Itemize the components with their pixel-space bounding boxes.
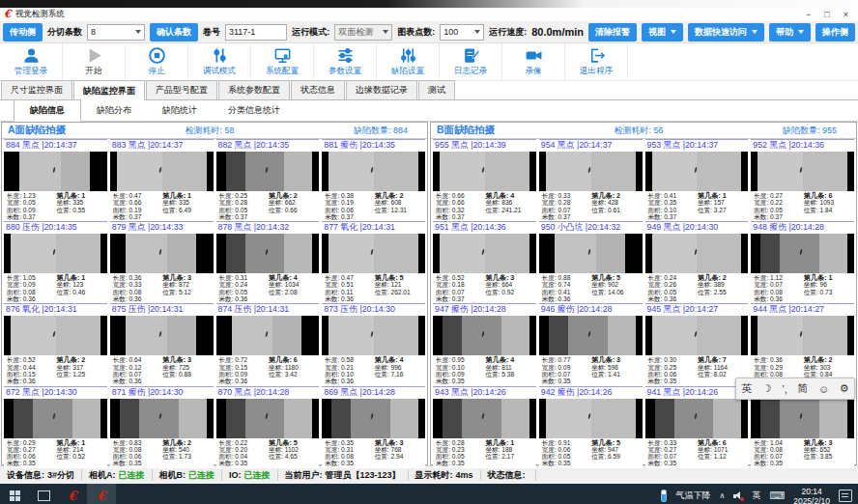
language-indicator[interactable]: 英 [752, 490, 760, 502]
action-exit-button[interactable]: 退出程序 [565, 43, 628, 80]
tab-1[interactable]: 尺寸监控界面 [1, 80, 72, 99]
ime-punct-icon[interactable]: ’, [782, 383, 787, 395]
defect-cell[interactable]: 945 黑点 |20:14:27长度: 0.30宽度: 0.25面积: 0.06… [645, 303, 749, 385]
defect-cell[interactable]: 871 擦伤 |20:14:30长度: 0.83宽度: 0.08面积: 0.06… [110, 386, 214, 468]
defect-cell[interactable]: 872 黑点 |20:14:30长度: 0.29宽度: 0.27面积: 0.06… [4, 386, 107, 468]
defect-cell-header: 948 擦伤 |20:14:28 [751, 222, 854, 234]
defect-cell[interactable]: 884 黑点 |20:14:37长度: 1.23宽度: 0.05面积: 0.09… [4, 139, 107, 221]
hidden-icons-chevron[interactable]: ∧ [719, 491, 725, 500]
defect-cell[interactable]: 952 黑点 |20:14:36长度: 0.27宽度: 0.22面积: 0.05… [751, 139, 854, 221]
defect-cell[interactable]: 876 氧化 |20:14:31长度: 0.52宽度: 0.44面积: 0.15… [4, 303, 107, 385]
defect-metrics-right: 第几条: 3坐标: 652位置: 3.85 [804, 439, 851, 467]
help-menu-button[interactable]: 帮助 [769, 23, 811, 42]
ime-lang[interactable]: 英 [741, 381, 752, 396]
defect-metrics-right: 第几条: 1坐标: 335位置: 6.49 [162, 192, 210, 220]
defect-cell[interactable]: 878 黑点 |20:14:32长度: 0.31宽度: 0.24面积: 0.05… [216, 221, 320, 303]
status-label: 状态信息: [488, 469, 526, 482]
defect-cell[interactable]: 881 擦伤 |20:14:35长度: 0.38宽度: 0.19面积: 0.06… [322, 139, 425, 221]
status-value: 管理员【123-123】 [326, 469, 401, 482]
weather-text[interactable]: 气温下降 [675, 490, 710, 502]
task-view-button[interactable] [29, 484, 58, 504]
defect-cell[interactable]: 879 黑点 |20:14:33长度: 0.36宽度: 0.33面积: 0.08… [110, 221, 214, 303]
action-label: 日志记录 [454, 66, 487, 77]
defect-cell[interactable]: 942 擦伤 |20:14:26长度: 0.91宽度: 0.06面积: 0.05… [539, 386, 643, 468]
tab-2[interactable]: 缺陷监控界面 [73, 80, 145, 100]
taskbar-app-active[interactable]: € [87, 484, 116, 504]
defect-cell[interactable]: 870 黑点 |20:14:28长度: 0.22宽度: 0.20面积: 0.04… [216, 386, 320, 468]
defect-cell[interactable]: 950 小凸坑 |20:14:32长度: 0.88宽度: 0.74面积: 0.4… [539, 221, 643, 303]
defect-cell[interactable]: 951 黑点 |20:14:36长度: 0.52宽度: 0.18面积: 0.07… [433, 221, 536, 303]
ime-settings-icon[interactable]: ⚙ [840, 382, 849, 395]
drive-side-button[interactable]: 传动侧 [3, 23, 43, 42]
defect-cell[interactable]: 948 擦伤 |20:14:28长度: 1.12宽度: 0.07面积: 0.08… [751, 221, 854, 303]
tab-3[interactable]: 产品型号配置 [146, 80, 217, 99]
subtab-4[interactable]: 分类信息统计 [213, 100, 296, 121]
action-monitor-button[interactable]: 系统配置 [251, 43, 314, 80]
action-journal-button[interactable]: 日志记录 [440, 43, 502, 80]
defect-cell[interactable]: 875 压伤 |20:14:31长度: 0.64宽度: 0.12面积: 0.07… [110, 303, 214, 385]
defect-image [4, 234, 107, 273]
tab-6[interactable]: 边缘数据记录 [346, 80, 417, 99]
clock[interactable]: 20:14 2025/2/10 [793, 487, 830, 504]
tab-5[interactable]: 状态信息 [291, 80, 345, 99]
action-user-button[interactable]: 管理登录 [0, 43, 63, 80]
defect-cell[interactable]: 941 黑点 |20:14:26长度: 0.33宽度: 0.27面积: 0.07… [645, 386, 749, 468]
ime-simplified[interactable]: 简 [797, 381, 808, 396]
defect-cell[interactable]: 943 黑点 |20:14:26长度: 0.28宽度: 0.23面积: 0.05… [433, 386, 536, 468]
tab-7[interactable]: 测试 [418, 80, 455, 99]
slit-count-select[interactable]: 8 [87, 24, 145, 41]
ime-emoji-icon[interactable]: ☺ [818, 383, 829, 395]
touch-keyboard-icon[interactable]: ⌨ [769, 490, 785, 502]
monitor-icon [273, 46, 292, 65]
subtab-2[interactable]: 缺陷分布 [81, 100, 147, 121]
defect-cell[interactable]: 955 黑点 |20:14:39长度: 0.66宽度: 0.66面积: 0.32… [433, 139, 536, 221]
action-camera-button[interactable]: 录像 [502, 43, 565, 80]
defect-cell[interactable]: 953 黑点 |20:14:37长度: 0.41宽度: 0.35面积: 0.10… [645, 139, 749, 221]
view-menu-button[interactable]: 视图 [642, 23, 683, 42]
minimize-button[interactable]: − [806, 10, 811, 19]
chart-points-select[interactable]: 100 [440, 24, 484, 41]
defect-metrics-left: 长度: 0.66宽度: 0.66面积: 0.32米数: 0.37 [436, 192, 483, 220]
defect-cell[interactable]: 883 黑点 |20:14:37长度: 0.47宽度: 0.66面积: 0.19… [110, 139, 214, 221]
subtab-3[interactable]: 缺陷统计 [147, 100, 213, 121]
defect-cell[interactable]: 880 压伤 |20:14:35长度: 1.05宽度: 0.09面积: 0.08… [4, 221, 107, 303]
roll-number-input[interactable]: 3117-1 [225, 24, 287, 41]
defect-cell[interactable]: 954 黑点 |20:14:37长度: 0.33宽度: 0.28面积: 0.07… [539, 139, 643, 221]
run-mode-select[interactable]: 双面检测 [334, 24, 392, 41]
action-tune-button[interactable]: 调试模式 [188, 43, 251, 80]
defect-cell[interactable]: 882 黑点 |20:14:35长度: 0.25宽度: 0.28面积: 0.05… [216, 139, 320, 221]
maximize-button[interactable]: □ [824, 10, 829, 19]
defect-cell[interactable]: 869 黑点 |20:14:28长度: 0.35宽度: 0.31面积: 0.08… [322, 386, 425, 468]
defect-cell[interactable]: 949 黑点 |20:14:30长度: 0.24宽度: 0.26面积: 0.05… [645, 221, 749, 303]
action-sliders-v-button[interactable]: 缺陷设置 [377, 43, 440, 80]
confirm-count-button[interactable]: 确认条数 [150, 23, 198, 42]
start-button[interactable] [0, 484, 29, 504]
notification-center-icon[interactable] [839, 490, 852, 502]
defect-info: 长度: 0.38宽度: 0.19面积: 0.06米数: 0.37第几条: 2坐标… [322, 191, 425, 221]
action-stop-button[interactable]: 停止 [126, 43, 188, 80]
subtab-1[interactable]: 缺陷信息 [14, 99, 81, 122]
taskbar-app-secondary[interactable]: € [58, 484, 87, 504]
data-quick-access-button[interactable]: 数据快速访问 [688, 23, 764, 42]
defect-cell-header: 871 擦伤 |20:14:30 [110, 387, 214, 399]
clear-alarm-button[interactable]: 清除报警 [588, 23, 637, 42]
action-sliders-h-button[interactable]: 参数设置 [314, 43, 377, 80]
action-play-button[interactable]: 开始 [63, 43, 126, 80]
sub-tabs: 缺陷信息缺陷分布缺陷统计分类信息统计 [0, 100, 858, 122]
ime-moon-icon[interactable]: ☽ [762, 382, 772, 395]
defect-cell[interactable]: 944 黑点 |20:14:27长度: 0.36宽度: 0.29面积: 0.08… [751, 303, 854, 385]
volume-icon[interactable] [733, 491, 743, 500]
defect-cell[interactable]: 946 擦伤 |20:14:28长度: 0.77宽度: 0.09面积: 0.07… [539, 303, 643, 385]
defect-cell-header: 879 黑点 |20:14:33 [110, 222, 214, 234]
defect-image [4, 399, 107, 438]
close-button[interactable]: × [844, 10, 848, 19]
operator-side-button[interactable]: 操作侧 [815, 23, 855, 42]
defect-metrics-left: 长度: 0.35宽度: 0.31面积: 0.08米数: 0.35 [325, 439, 372, 467]
defect-cell[interactable]: 877 氧化 |20:14:31长度: 0.47宽度: 0.51面积: 0.11… [322, 221, 425, 303]
panel-header: A面缺陷拍摄检测耗时: 58缺陷数量: 884 [2, 123, 427, 139]
defect-cell[interactable]: 873 压伤 |20:14:30长度: 0.58宽度: 0.21面积: 0.10… [322, 303, 425, 385]
defect-cell[interactable]: 874 压伤 |20:14:31长度: 0.72宽度: 0.15面积: 0.09… [216, 303, 320, 385]
tab-4[interactable]: 系统参数配置 [218, 80, 290, 99]
clock-time: 20:14 [801, 487, 821, 496]
defect-cell[interactable]: 947 擦伤 |20:14:28长度: 0.95宽度: 0.10面积: 0.09… [433, 303, 536, 385]
